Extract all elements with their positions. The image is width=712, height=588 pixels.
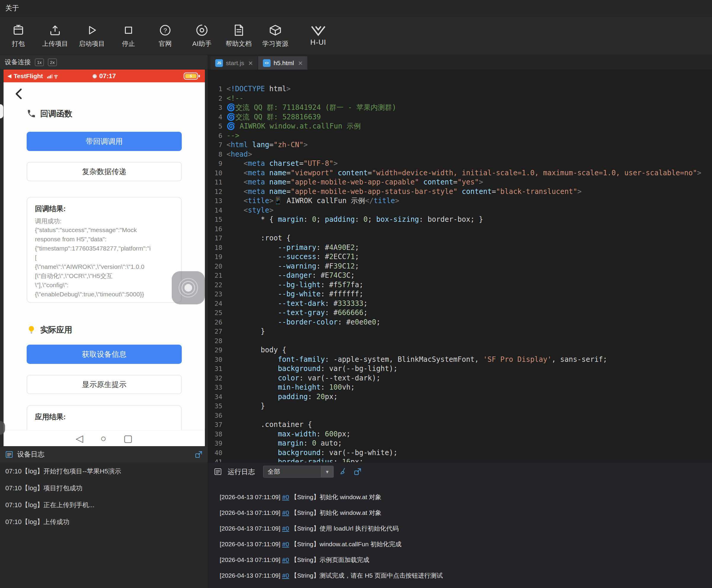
line-number: 5: [208, 122, 222, 131]
call-with-callback-button[interactable]: 带回调调用: [27, 132, 182, 151]
tab-h5-html[interactable]: <> h5.html ×: [258, 56, 307, 69]
code-line[interactable]: 41 border-radius: 16px;: [208, 458, 712, 462]
hui-logo[interactable]: H-UI: [299, 19, 337, 52]
code-text: --warning: #F39C12;: [222, 262, 359, 271]
runlog-list: [2026-04-13 07:11:09]#0【String】初始化 windo…: [208, 481, 712, 588]
expand-icon[interactable]: [353, 467, 362, 476]
code-line[interactable]: 10 <meta name="viewport" content="width=…: [208, 168, 712, 178]
callback-result-title: 回调结果:: [35, 204, 173, 213]
close-tab-icon[interactable]: ×: [248, 59, 253, 67]
complex-data-button[interactable]: 复杂数据传递: [27, 162, 182, 181]
js-file-icon: JS: [215, 59, 223, 67]
ai-assistant-button[interactable]: AI助手: [184, 19, 220, 52]
help-docs-label: 帮助文档: [226, 39, 252, 48]
nav-recents-icon[interactable]: ▢: [123, 434, 133, 443]
upload-project-button[interactable]: 上传项目: [37, 19, 74, 52]
line-number: 7: [208, 140, 222, 150]
ios-status-bar: ◀ TestFlight ◉ 07:17: [3, 69, 205, 82]
tab-start-js[interactable]: JS start.js ×: [210, 56, 257, 69]
nav-back-icon[interactable]: ◁: [76, 434, 83, 443]
nav-home-icon[interactable]: ○: [100, 434, 106, 443]
editor-tab-bar: JS start.js × <> h5.html ×: [208, 55, 712, 69]
code-line[interactable]: 38 max-width: 600px;: [208, 429, 712, 439]
code-line[interactable]: 28: [208, 336, 712, 346]
code-line[interactable]: 18 --primary: #4A90E2;: [208, 243, 712, 253]
code-line[interactable]: 31 background: var(--bg-light);: [208, 364, 712, 374]
help-docs-button[interactable]: 帮助文档: [220, 19, 257, 52]
code-line[interactable]: 14 <style>: [208, 206, 712, 215]
code-line[interactable]: 33 min-height: 100vh;: [208, 383, 712, 392]
code-text: <meta name="apple-mobile-web-app-capable…: [222, 177, 483, 187]
code-line[interactable]: 30 font-family: -apple-system, BlinkMacS…: [208, 355, 712, 364]
code-line[interactable]: 24 --text-dark: #333333;: [208, 299, 712, 309]
code-line[interactable]: 13 <title>📱 AIWROK callFun 示例</title>: [208, 196, 712, 206]
code-line[interactable]: 21 --danger: #E74C3C;: [208, 271, 712, 280]
line-number: 30: [208, 355, 222, 364]
line-number: 17: [208, 234, 222, 243]
log-index-link[interactable]: #0: [282, 509, 289, 516]
code-line[interactable]: 16: [208, 225, 712, 234]
code-line[interactable]: 2<!--: [208, 94, 712, 103]
assistive-core: [185, 284, 192, 292]
code-line[interactable]: 25 --text-gray: #666666;: [208, 308, 712, 318]
official-site-button[interactable]: ? 官网: [147, 19, 184, 52]
floating-edge-handle[interactable]: [0, 104, 3, 119]
main-content: 设备连接 1x 2x ◀ TestFlight ◉: [0, 55, 712, 588]
code-line[interactable]: 6-->: [208, 131, 712, 141]
log-index-link[interactable]: #0: [282, 541, 289, 547]
code-line[interactable]: 4🌀交流 QQ 群: 528816639: [208, 112, 712, 122]
code-line[interactable]: 12 <meta name="apple-mobile-web-app-stat…: [208, 187, 712, 196]
log-index-link[interactable]: #0: [282, 493, 289, 500]
show-native-toast-button[interactable]: 显示原生提示: [27, 375, 182, 394]
run-project-button[interactable]: 启动项目: [74, 19, 110, 52]
code-line[interactable]: 39 margin: 0 auto;: [208, 439, 712, 448]
code-line[interactable]: 37 .container {: [208, 420, 712, 429]
code-line[interactable]: 15 * { margin: 0; padding: 0; box-sizing…: [208, 215, 712, 225]
log-message: 【String】示例页面加载完成: [291, 556, 369, 563]
code-line[interactable]: 1<!DOCTYPE html>: [208, 84, 712, 94]
log-filter-dropdown[interactable]: 全部 ▼: [263, 466, 334, 478]
code-line[interactable]: 3🌀交流 QQ 群: 711841924 (群一 - 苹果内测群): [208, 103, 712, 112]
get-device-info-button[interactable]: 获取设备信息: [27, 344, 182, 364]
code-line[interactable]: 22 --bg-light: #f5f7fa;: [208, 280, 712, 290]
code-line[interactable]: 8<head>: [208, 150, 712, 159]
code-line[interactable]: 35 }: [208, 401, 712, 411]
line-number: 9: [208, 159, 222, 168]
log-message: 【String】测试完成，请在 H5 页面中点击按钮进行测试: [291, 572, 443, 579]
code-line[interactable]: 32 color: var(--text-dark);: [208, 374, 712, 383]
zoom-1x-button[interactable]: 1x: [35, 59, 44, 66]
code-line[interactable]: 40 background: var(--bg-white);: [208, 448, 712, 458]
code-line[interactable]: 5🌀 AIWROK window.at.callFun 示例: [208, 122, 712, 131]
code-line[interactable]: 20 --warning: #F39C12;: [208, 262, 712, 271]
close-tab-icon[interactable]: ×: [298, 59, 302, 67]
code-line[interactable]: 29 body {: [208, 345, 712, 355]
code-line[interactable]: 11 <meta name="apple-mobile-web-app-capa…: [208, 177, 712, 187]
code-line[interactable]: 17 :root {: [208, 234, 712, 243]
expand-icon[interactable]: [194, 450, 203, 459]
code-line[interactable]: 19 --success: #2ECC71;: [208, 252, 712, 262]
runlog-system-entry: 【系统日志】滑动: [220, 583, 712, 588]
page-back-button[interactable]: [13, 87, 26, 101]
code-line[interactable]: 36: [208, 411, 712, 420]
code-line[interactable]: 27 }: [208, 327, 712, 336]
code-line[interactable]: 23 --bg-white: #ffffff;: [208, 290, 712, 299]
box-icon: [269, 23, 282, 37]
zoom-2x-button[interactable]: 2x: [48, 59, 57, 66]
code-line[interactable]: 7<html lang="zh-CN">: [208, 140, 712, 150]
code-line[interactable]: 26 --border-color: #e0e0e0;: [208, 318, 712, 327]
learning-resources-button[interactable]: 学习资源: [257, 19, 294, 52]
stop-button[interactable]: 停止: [110, 19, 147, 52]
package-button[interactable]: 打包: [0, 19, 37, 52]
code-line[interactable]: 9 <meta charset="UTF-8">: [208, 159, 712, 168]
assistive-touch-button[interactable]: [172, 271, 205, 304]
hui-logo-label: H-UI: [310, 38, 326, 46]
line-number: 11: [208, 177, 222, 187]
back-to-app-icon[interactable]: ◀: [8, 73, 11, 79]
code-line[interactable]: 34 padding: 20px;: [208, 392, 712, 402]
clear-log-icon[interactable]: [339, 467, 348, 476]
log-index-link[interactable]: #0: [282, 556, 289, 563]
log-index-link[interactable]: #0: [282, 572, 289, 579]
code-editor[interactable]: 1<!DOCTYPE html>2<!--3🌀交流 QQ 群: 71184192…: [208, 69, 712, 462]
log-index-link[interactable]: #0: [282, 525, 289, 532]
menu-about[interactable]: 关于: [5, 3, 19, 13]
